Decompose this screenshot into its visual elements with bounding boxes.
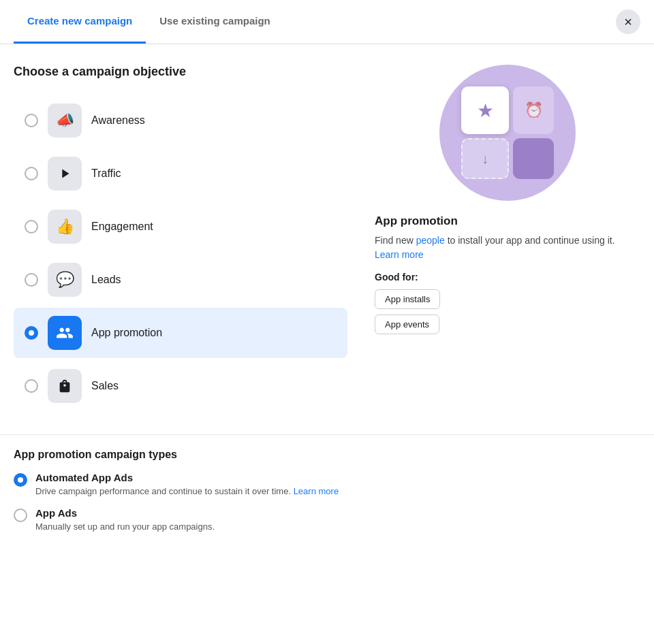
campaign-type-app-ads[interactable]: App Ads Manually set up and run your app… (14, 507, 640, 532)
objective-engagement[interactable]: 👍 Engagement (14, 202, 347, 252)
tags-container: App installs App events (375, 289, 640, 334)
objective-awareness[interactable]: 📣 Awareness (14, 95, 347, 146)
tab-create-new[interactable]: Create new campaign (14, 0, 146, 44)
app-card-ghost: ↓ (461, 138, 509, 179)
sales-label: Sales (91, 380, 119, 392)
right-panel: ★ ⏰ ↓ (361, 65, 640, 414)
tab-use-existing[interactable]: Use existing campaign (146, 0, 284, 44)
app-card-purple (513, 138, 554, 179)
illustration: ★ ⏰ ↓ (375, 65, 640, 201)
section-title: Choose a campaign objective (14, 65, 347, 79)
app-grid: ★ ⏰ ↓ (461, 86, 554, 179)
preview-title: App promotion (375, 214, 640, 228)
bottom-section: App promotion campaign types Automated A… (0, 434, 654, 563)
desc-link-learn-more[interactable]: Learn more (375, 249, 424, 260)
traffic-icon (48, 157, 82, 191)
leads-label: Leads (91, 274, 121, 286)
radio-engagement[interactable] (25, 220, 38, 234)
radio-automated[interactable] (14, 473, 27, 487)
awareness-label: Awareness (91, 114, 145, 127)
app-ads-label: App Ads (35, 507, 215, 519)
modal-container: Create new campaign Use existing campaig… (0, 0, 654, 563)
left-panel: Choose a campaign objective 📣 Awareness … (14, 65, 347, 414)
automated-learn-more[interactable]: Learn more (294, 486, 339, 496)
radio-sales[interactable] (25, 379, 38, 393)
close-button[interactable]: × (616, 10, 640, 34)
objective-leads[interactable]: 💬 Leads (14, 255, 347, 305)
automated-label: Automated App Ads (35, 472, 339, 483)
app-card-star: ★ (461, 86, 509, 134)
preview-description: Find new people to install your app and … (375, 234, 640, 262)
star-icon: ★ (477, 99, 494, 122)
app-card-clock: ⏰ (513, 86, 554, 134)
desc-link-people[interactable]: people (416, 235, 445, 246)
engagement-icon: 👍 (48, 210, 82, 244)
campaign-type-automated[interactable]: Automated App Ads Drive campaign perform… (14, 472, 640, 496)
tag-app-installs: App installs (375, 289, 440, 309)
awareness-icon: 📣 (48, 103, 82, 138)
circle-background: ★ ⏰ ↓ (439, 65, 576, 201)
objective-sales[interactable]: Sales (14, 361, 347, 411)
arrow-down-icon: ↓ (482, 151, 488, 167)
clock-icon: ⏰ (525, 101, 543, 119)
campaign-types-title: App promotion campaign types (14, 449, 640, 461)
objective-app-promotion[interactable]: App promotion (14, 308, 347, 358)
desc-part1: Find new (375, 235, 416, 246)
app-promotion-icon (48, 316, 82, 350)
traffic-label: Traffic (91, 167, 121, 180)
radio-awareness[interactable] (25, 114, 38, 127)
objective-traffic[interactable]: Traffic (14, 148, 347, 199)
good-for-label: Good for: (375, 272, 640, 283)
radio-app-promotion[interactable] (25, 326, 38, 340)
app-ads-desc: Manually set up and run your app campaig… (35, 521, 215, 532)
desc-part2: to install your app and continue using i… (445, 235, 615, 246)
automated-desc-text: Drive campaign performance and continue … (35, 486, 294, 496)
automated-desc: Drive campaign performance and continue … (35, 486, 339, 496)
sales-icon (48, 369, 82, 403)
main-content: Choose a campaign objective 📣 Awareness … (0, 44, 654, 428)
automated-info: Automated App Ads Drive campaign perform… (35, 472, 339, 496)
radio-traffic[interactable] (25, 167, 38, 180)
leads-icon: 💬 (48, 263, 82, 297)
engagement-label: Engagement (91, 221, 153, 233)
tab-header: Create new campaign Use existing campaig… (0, 0, 654, 44)
app-ads-info: App Ads Manually set up and run your app… (35, 507, 215, 532)
app-promotion-label: App promotion (91, 327, 162, 339)
tag-app-events: App events (375, 315, 439, 334)
radio-leads[interactable] (25, 273, 38, 287)
radio-app-ads[interactable] (14, 509, 27, 522)
